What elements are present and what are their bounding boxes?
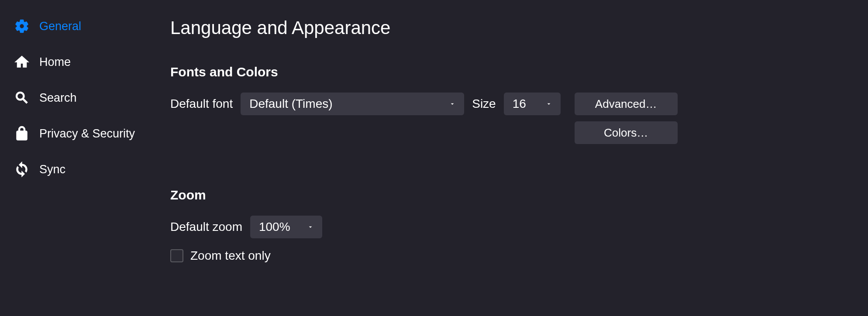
search-icon xyxy=(13,89,31,106)
gear-icon xyxy=(13,17,31,35)
zoom-heading: Zoom xyxy=(170,188,842,203)
chevron-down-icon xyxy=(307,223,314,231)
sync-icon xyxy=(13,161,31,178)
zoom-text-only-label: Zoom text only xyxy=(190,249,271,263)
sidebar-item-privacy-security[interactable]: Privacy & Security xyxy=(13,125,157,142)
default-font-select[interactable]: Default (Times) xyxy=(241,93,464,115)
zoom-text-only-checkbox[interactable] xyxy=(170,249,183,262)
default-zoom-select[interactable]: 100% xyxy=(250,216,322,238)
advanced-button[interactable]: Advanced… xyxy=(575,93,678,115)
chevron-down-icon xyxy=(448,100,456,108)
main-content: Language and Appearance Fonts and Colors… xyxy=(170,0,868,316)
sidebar-item-label: Home xyxy=(39,55,71,69)
colors-button[interactable]: Colors… xyxy=(575,121,678,144)
font-size-value: 16 xyxy=(513,97,526,111)
font-controls-group: Default font Default (Times) Size 16 xyxy=(170,93,561,115)
sidebar-item-label: Privacy & Security xyxy=(39,127,135,141)
default-zoom-label: Default zoom xyxy=(170,220,242,234)
default-zoom-value: 100% xyxy=(259,220,290,234)
sidebar: General Home Search Privacy & Security S… xyxy=(0,0,170,316)
sidebar-item-home[interactable]: Home xyxy=(13,53,157,71)
font-size-select[interactable]: 16 xyxy=(504,93,561,115)
zoom-text-only-row: Zoom text only xyxy=(170,249,842,263)
fonts-colors-row: Default font Default (Times) Size 16 Adv… xyxy=(170,93,842,144)
sidebar-item-general[interactable]: General xyxy=(13,17,157,35)
default-zoom-row: Default zoom 100% xyxy=(170,216,842,238)
default-font-label: Default font xyxy=(170,97,233,111)
sidebar-item-sync[interactable]: Sync xyxy=(13,161,157,178)
sidebar-item-label: General xyxy=(39,20,81,33)
fonts-colors-heading: Fonts and Colors xyxy=(170,65,842,79)
default-font-value: Default (Times) xyxy=(249,97,332,111)
chevron-down-icon xyxy=(545,100,553,108)
page-title: Language and Appearance xyxy=(170,17,842,38)
lock-icon xyxy=(13,125,31,142)
sidebar-item-label: Search xyxy=(39,91,77,105)
fonts-button-group: Advanced… Colors… xyxy=(575,93,678,144)
home-icon xyxy=(13,53,31,71)
size-label: Size xyxy=(472,97,496,111)
sidebar-item-label: Sync xyxy=(39,163,65,176)
sidebar-item-search[interactable]: Search xyxy=(13,89,157,106)
